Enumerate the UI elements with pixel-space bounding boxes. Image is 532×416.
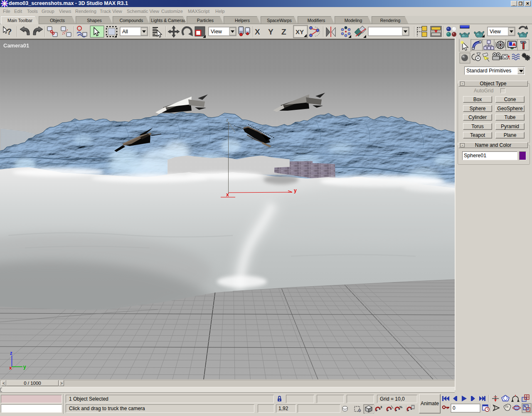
svg-text:Camera01: Camera01 — [3, 42, 29, 49]
svg-text:Y: Y — [268, 27, 273, 36]
svg-text:y: y — [294, 188, 297, 193]
svg-text:Z: Z — [281, 27, 286, 36]
svg-text:0: 0 — [453, 405, 456, 411]
svg-text:All: All — [122, 29, 128, 35]
svg-text:z: z — [226, 117, 229, 122]
svg-text:View: View — [490, 29, 501, 35]
svg-text:X: X — [255, 27, 260, 36]
svg-text:y: y — [23, 364, 26, 370]
svg-text:%: % — [399, 405, 402, 409]
svg-text:?: ? — [7, 27, 12, 36]
svg-text:XY: XY — [296, 28, 304, 35]
svg-text:x: x — [9, 365, 12, 370]
svg-text:x: x — [226, 192, 229, 198]
svg-text:3: 3 — [380, 405, 382, 409]
svg-text:z: z — [10, 350, 12, 356]
svg-text:View: View — [211, 29, 222, 35]
